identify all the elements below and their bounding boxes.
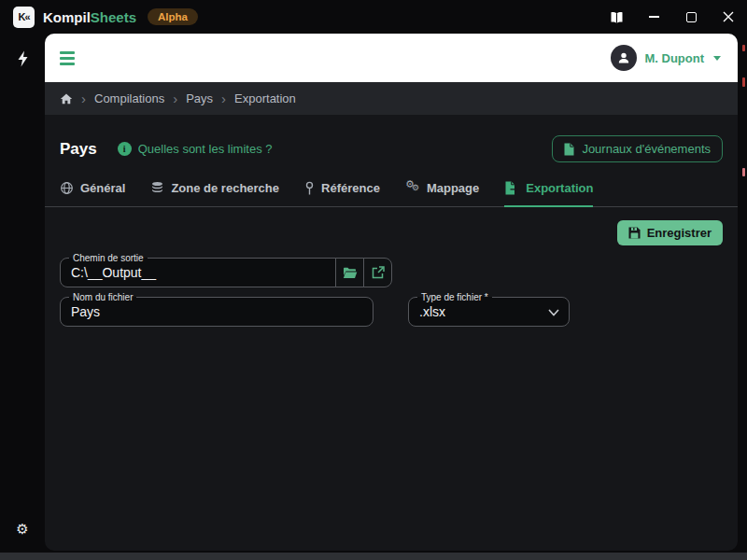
app-header: M. Dupont — [45, 34, 738, 82]
event-logs-label: Journaux d'événements — [582, 142, 711, 156]
overview-mark — [742, 45, 745, 51]
tab-label: Référence — [321, 181, 380, 195]
chevron-down-icon — [713, 56, 721, 61]
document-icon — [564, 143, 574, 156]
output-path-field[interactable]: Chemin de sortie C:\__Output__ — [60, 258, 336, 287]
docs-book-icon[interactable] — [598, 0, 635, 34]
save-label: Enregistrer — [647, 226, 712, 240]
app-title: KompilSheets — [43, 9, 136, 25]
hamburger-menu-icon[interactable] — [60, 51, 75, 65]
maximize-button[interactable] — [672, 0, 710, 34]
user-menu[interactable]: M. Dupont — [611, 45, 721, 71]
minimize-button[interactable] — [635, 0, 672, 34]
window-right-edge — [738, 34, 747, 553]
window-controls — [598, 0, 747, 34]
file-fields-row: Nom du fichier Pays Type de fichier * .x… — [60, 297, 723, 327]
file-export-icon — [504, 181, 519, 195]
app-logo-icon: K« — [13, 7, 35, 28]
info-icon — [118, 142, 132, 156]
external-link-icon — [372, 266, 385, 279]
save-icon — [628, 227, 641, 239]
close-button[interactable] — [710, 0, 747, 34]
icon-sidebar: ⚙ — [0, 34, 45, 553]
lightning-icon[interactable] — [16, 50, 29, 71]
settings-gear-icon[interactable]: ⚙ — [16, 521, 28, 538]
avatar — [611, 45, 637, 71]
tab-reference[interactable]: Référence — [304, 181, 380, 207]
tab-zone-de-recherche[interactable]: Zone de recherche — [150, 181, 279, 207]
file-type-select[interactable]: Type de fichier * .xlsx — [408, 297, 570, 327]
overview-mark — [742, 77, 745, 87]
limits-help-link[interactable]: Quelles sont les limites ? — [118, 142, 273, 156]
help-link-label: Quelles sont les limites ? — [138, 142, 273, 156]
event-logs-button[interactable]: Journaux d'événements — [552, 135, 723, 162]
app-title-primary: Kompil — [43, 9, 91, 25]
chevron-down-icon — [548, 309, 559, 316]
page-title: Pays — [60, 140, 97, 159]
tab-bar: Général Zone de recherche Référence ⚙⚙ M… — [45, 181, 738, 207]
tab-label: Mappage — [427, 181, 479, 195]
tab-label: Exportation — [526, 181, 593, 195]
user-name: M. Dupont — [644, 51, 704, 65]
exportation-panel: Enregistrer Chemin de sortie C:\__Output… — [45, 220, 738, 327]
gears-icon: ⚙⚙ — [405, 181, 420, 195]
database-icon — [150, 181, 164, 195]
window-titlebar: K« KompilSheets Alpha — [0, 0, 747, 34]
folder-open-icon — [343, 267, 358, 279]
tab-label: Général — [80, 181, 125, 195]
file-name-field[interactable]: Nom du fichier Pays — [60, 297, 374, 327]
person-icon — [616, 50, 631, 65]
breadcrumb-item-pays[interactable]: Pays — [186, 91, 213, 105]
main-window: M. Dupont › Compilations › Pays › Export… — [45, 34, 738, 551]
home-icon[interactable] — [60, 92, 73, 105]
tab-mappage[interactable]: ⚙⚙ Mappage — [405, 181, 479, 207]
breadcrumb-separator: › — [173, 91, 177, 105]
file-name-label: Nom du fichier — [69, 292, 136, 302]
breadcrumb-separator: › — [81, 91, 86, 105]
output-path-group: Chemin de sortie C:\__Output__ — [60, 258, 392, 287]
tab-label: Zone de recherche — [171, 181, 279, 195]
pin-icon — [304, 181, 315, 195]
page-title-row: Pays Quelles sont les limites ? Journaux… — [45, 135, 738, 162]
globe-icon — [60, 181, 74, 195]
breadcrumb-item-exportation: Exportation — [234, 91, 296, 105]
app-title-accent: Sheets — [91, 9, 136, 25]
browse-folder-button[interactable] — [335, 258, 364, 287]
alpha-badge: Alpha — [148, 8, 198, 25]
breadcrumb-item-compilations[interactable]: Compilations — [94, 91, 164, 105]
tab-exportation[interactable]: Exportation — [504, 181, 593, 207]
minimize-icon — [649, 16, 659, 18]
tab-general[interactable]: Général — [60, 181, 125, 207]
save-button[interactable]: Enregistrer — [617, 220, 723, 245]
overview-mark — [742, 168, 745, 176]
open-external-button[interactable] — [363, 258, 392, 287]
file-type-label: Type de fichier * — [417, 292, 492, 302]
maximize-icon — [686, 12, 697, 22]
window-bottom-edge — [0, 553, 747, 560]
output-path-label: Chemin de sortie — [69, 253, 148, 263]
breadcrumb: › Compilations › Pays › Exportation — [45, 82, 738, 115]
breadcrumb-separator: › — [221, 91, 226, 105]
close-icon — [723, 11, 734, 22]
